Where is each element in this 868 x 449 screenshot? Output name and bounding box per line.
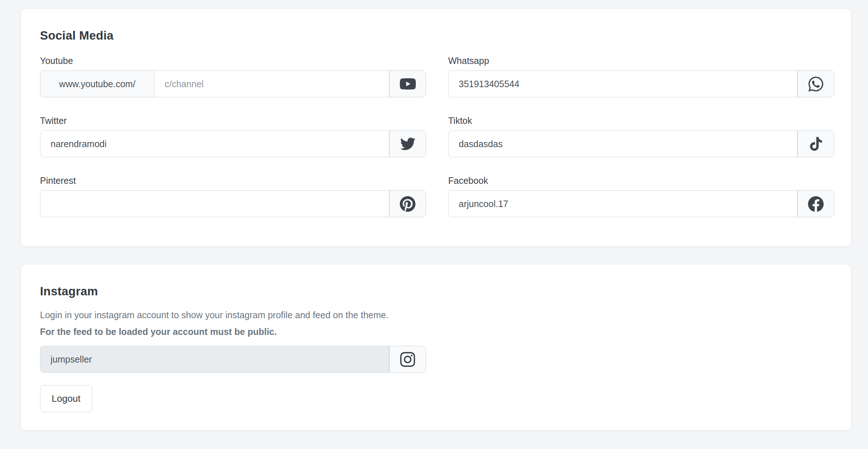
facebook-input-group	[448, 190, 834, 217]
twitter-addon	[389, 130, 426, 157]
field-pinterest: Pinterest	[40, 175, 426, 217]
field-facebook: Facebook	[448, 175, 834, 217]
instagram-description: Login in your instagram account to show …	[40, 308, 833, 322]
instagram-username-input	[40, 346, 389, 373]
whatsapp-input[interactable]	[448, 70, 797, 97]
facebook-icon	[808, 196, 824, 212]
tiktok-label: Tiktok	[448, 115, 834, 126]
social-media-fields-grid: Youtube www.youtube.com/ Whatsapp	[40, 55, 833, 217]
field-whatsapp: Whatsapp	[448, 55, 834, 97]
logout-button[interactable]: Logout	[40, 385, 92, 412]
tiktok-input-group	[448, 130, 834, 157]
pinterest-input[interactable]	[40, 190, 389, 217]
tiktok-addon	[797, 130, 834, 157]
facebook-input[interactable]	[448, 190, 797, 217]
youtube-url-prefix: www.youtube.com/	[40, 70, 154, 97]
social-media-card: Social Media Youtube www.youtube.com/ Wh…	[21, 8, 851, 247]
instagram-icon	[400, 352, 415, 367]
pinterest-input-group	[40, 190, 426, 217]
pinterest-label: Pinterest	[40, 175, 426, 186]
social-media-title: Social Media	[40, 28, 833, 43]
tiktok-icon	[809, 136, 823, 151]
twitter-input-group	[40, 130, 426, 157]
twitter-input[interactable]	[40, 130, 389, 157]
youtube-input[interactable]	[154, 70, 389, 97]
field-youtube: Youtube www.youtube.com/	[40, 55, 426, 97]
instagram-card: Instagram Login in your instagram accoun…	[21, 264, 851, 430]
instagram-description-bold: For the feed to be loaded your account m…	[40, 325, 833, 339]
facebook-label: Facebook	[448, 175, 834, 186]
pinterest-addon	[389, 190, 426, 217]
instagram-addon	[389, 346, 426, 373]
youtube-label: Youtube	[40, 55, 426, 66]
whatsapp-label: Whatsapp	[448, 55, 834, 66]
instagram-input-group	[40, 346, 426, 373]
youtube-icon	[400, 76, 416, 92]
youtube-addon	[389, 70, 426, 97]
whatsapp-input-group	[448, 70, 834, 97]
field-twitter: Twitter	[40, 115, 426, 157]
tiktok-input[interactable]	[448, 130, 797, 157]
twitter-label: Twitter	[40, 115, 426, 126]
whatsapp-addon	[797, 70, 834, 97]
instagram-title: Instagram	[40, 284, 833, 299]
facebook-addon	[797, 190, 834, 217]
twitter-icon	[400, 136, 415, 151]
youtube-input-group: www.youtube.com/	[40, 70, 426, 97]
field-tiktok: Tiktok	[448, 115, 834, 157]
pinterest-icon	[400, 196, 415, 212]
whatsapp-icon	[808, 77, 823, 92]
